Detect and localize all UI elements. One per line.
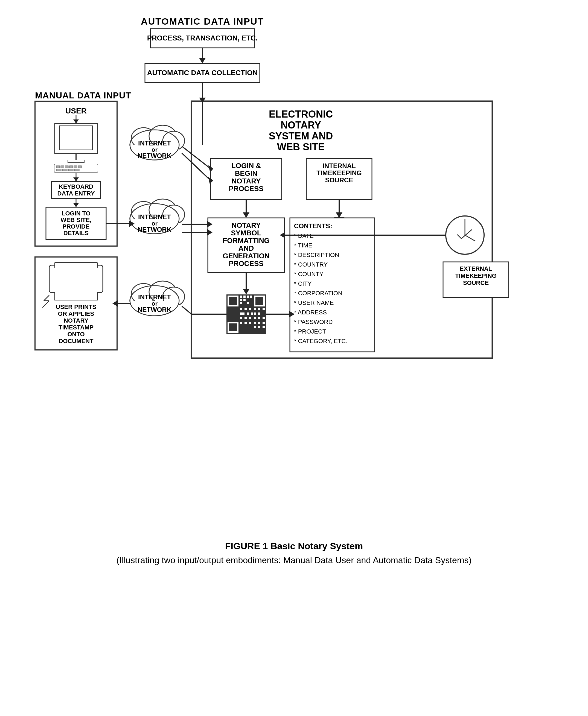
svg-rect-16 [56, 166, 60, 168]
notary-format3: FORMATTING [223, 237, 269, 245]
svg-rect-104 [247, 312, 249, 315]
user-prints4: TIMESTAMP [59, 324, 93, 331]
svg-rect-94 [240, 302, 242, 304]
system-title2: NOTARY [280, 120, 321, 131]
login-box2: WEB SITE, [61, 217, 91, 223]
contents-country: * COUNTRY [294, 261, 328, 268]
system-title4: WEB SITE [277, 142, 324, 153]
contents-category: * CATEGORY, ETC. [294, 338, 348, 345]
login-box4: DETAILS [63, 230, 89, 237]
user-prints2: OR APPLIES [58, 310, 94, 317]
svg-rect-92 [240, 299, 242, 301]
svg-rect-102 [240, 312, 242, 315]
svg-rect-25 [75, 169, 79, 171]
contents-username: * USER NAME [294, 299, 334, 306]
internal-ts2: TIMEKEEPING [316, 169, 361, 177]
user-label: USER [65, 107, 87, 115]
system-title3: SYSTEM AND [269, 130, 333, 142]
notary-format5: GENERATION [223, 252, 269, 260]
keyboard-data-entry2: DATA ENTRY [58, 190, 95, 197]
login-box1: LOGIN TO [62, 210, 90, 217]
user-prints6: DOCUMENT [59, 338, 93, 345]
svg-rect-120 [240, 322, 242, 324]
svg-rect-21 [78, 166, 82, 168]
svg-rect-115 [258, 322, 260, 324]
svg-rect-89 [244, 296, 246, 298]
login-box3: PROVIDE [62, 223, 89, 230]
svg-rect-108 [240, 317, 242, 319]
login-begin1: LOGIN & [231, 161, 261, 170]
svg-rect-24 [68, 169, 73, 171]
svg-rect-97 [245, 308, 247, 310]
svg-rect-117 [254, 326, 256, 328]
contents-time: * TIME [294, 242, 312, 249]
svg-rect-119 [262, 326, 265, 328]
cloud-2: INTERNET or NETWORK [130, 199, 185, 234]
diagram-container: AUTOMATIC DATA INPUT PROCESS, TRANSACTIO… [21, 11, 567, 530]
svg-marker-4 [199, 58, 206, 63]
external-ts3: SOURCE [463, 279, 489, 286]
internal-ts1: INTERNAL [322, 162, 356, 170]
internal-ts3: SOURCE [325, 176, 353, 184]
login-begin4: PROCESS [229, 185, 264, 193]
svg-rect-17 [61, 166, 64, 168]
svg-rect-98 [249, 308, 251, 310]
svg-rect-83 [229, 297, 237, 305]
svg-rect-121 [245, 322, 247, 324]
svg-rect-112 [258, 317, 260, 319]
process-box-text: PROCESS, TRANSACTION, ETC. [147, 34, 258, 42]
svg-rect-100 [258, 308, 260, 310]
login-begin2: BEGIN [235, 169, 257, 177]
svg-rect-118 [258, 326, 260, 328]
svg-rect-33 [49, 265, 103, 292]
page-container: AUTOMATIC DATA INPUT PROCESS, TRANSACTIO… [21, 11, 567, 567]
svg-rect-111 [254, 317, 256, 319]
contents-project: * PROJECT [294, 328, 326, 335]
manual-data-label: MANUAL DATA INPUT [35, 90, 131, 100]
svg-rect-96 [240, 308, 242, 310]
contents-city: * CITY [294, 280, 312, 287]
qr-code [227, 295, 266, 334]
auto-collection-text: AUTOMATIC DATA COLLECTION [147, 69, 258, 77]
svg-rect-18 [65, 166, 68, 168]
svg-rect-106 [254, 312, 256, 315]
user-prints1: USER PRINTS [56, 303, 96, 310]
cloud-3: INTERNET or NETWORK [130, 281, 185, 316]
svg-rect-19 [69, 166, 73, 168]
svg-rect-14 [68, 160, 84, 162]
system-title1: ELECTRONIC [269, 109, 333, 120]
svg-rect-90 [247, 296, 249, 298]
user-prints3: NOTARY [64, 317, 89, 324]
svg-rect-107 [258, 312, 260, 315]
svg-text:NETWORK: NETWORK [138, 306, 172, 313]
svg-text:NETWORK: NETWORK [138, 226, 172, 233]
main-diagram-svg: AUTOMATIC DATA INPUT PROCESS, TRANSACTIO… [27, 11, 561, 530]
svg-rect-22 [56, 169, 61, 171]
svg-rect-114 [254, 322, 256, 324]
contents-password: * PASSWORD [294, 319, 333, 325]
svg-text:NETWORK: NETWORK [138, 152, 172, 159]
svg-rect-110 [249, 317, 251, 319]
contents-desc: * DESCRIPTION [294, 252, 339, 258]
contents-address: * ADDRESS [294, 309, 327, 316]
svg-rect-99 [254, 308, 256, 310]
external-ts1: EXTERNAL [460, 265, 492, 272]
figure-caption: FIGURE 1 Basic Notary System (Illustrati… [117, 539, 471, 567]
login-begin3: NOTARY [232, 177, 261, 185]
auto-data-title: AUTOMATIC DATA INPUT [141, 16, 264, 26]
svg-rect-122 [249, 322, 251, 324]
svg-rect-93 [244, 299, 246, 301]
svg-rect-87 [229, 323, 237, 331]
svg-rect-113 [262, 317, 265, 319]
svg-text:INTERNET: INTERNET [138, 213, 171, 221]
figure-subtitle: (Illustrating two input/output embodimen… [117, 554, 471, 567]
svg-text:INTERNET: INTERNET [138, 294, 171, 301]
svg-rect-35 [55, 292, 97, 300]
svg-line-144 [182, 306, 191, 314]
figure-title: FIGURE 1 Basic Notary System [117, 539, 471, 554]
svg-rect-105 [251, 312, 253, 315]
notary-format1: NOTARY [232, 221, 261, 230]
contents-county: * COUNTY [294, 270, 323, 278]
svg-rect-103 [242, 312, 245, 315]
svg-rect-88 [240, 296, 242, 298]
